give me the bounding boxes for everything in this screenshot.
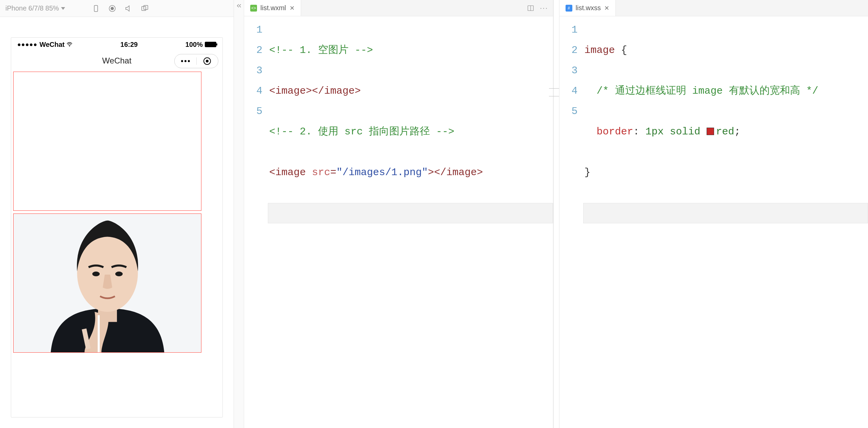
tab-list-wxss[interactable]: # list.wxss ✕ — [559, 0, 616, 16]
phone-titlebar: WeChat — [11, 51, 222, 70]
photo-image-box — [13, 213, 201, 353]
battery-icon — [205, 42, 216, 47]
capsule-close-icon[interactable] — [197, 57, 218, 65]
collapse-gutter[interactable] — [234, 0, 244, 428]
capsule-buttons[interactable] — [174, 54, 218, 68]
multi-window-icon[interactable] — [140, 3, 150, 14]
editors-area: <> list.wxml ✕ ··· 1 2 3 4 5 <!- — [244, 0, 868, 428]
svg-rect-0 — [94, 5, 98, 12]
color-swatch-icon[interactable] — [707, 128, 714, 135]
record-icon[interactable] — [107, 3, 117, 14]
svg-point-5 — [69, 46, 70, 46]
signal-dots-icon: ●●●●● — [17, 41, 37, 48]
code-content[interactable]: <!-- 1. 空图片 --> <image></image> <!-- 2. … — [268, 16, 553, 428]
phone-frame: ●●●●● WeChat 16:29 100% WeChat — [11, 37, 223, 417]
wxss-file-icon: # — [566, 5, 572, 12]
tab-label: list.wxss — [576, 4, 601, 12]
capsule-menu-icon[interactable] — [175, 60, 196, 62]
simulator-toolbar: iPhone 6/7/8 85% — [0, 0, 234, 17]
svg-point-2 — [111, 7, 114, 10]
line-numbers: 1 2 3 4 5 — [244, 16, 268, 428]
code-content[interactable]: image { /* 通过边框线证明 image 有默认的宽和高 */ bord… — [583, 16, 868, 428]
tab-list-wxml[interactable]: <> list.wxml ✕ — [244, 0, 301, 16]
device-selector[interactable]: iPhone 6/7/8 85% — [5, 4, 65, 12]
device-label: iPhone 6/7/8 85% — [5, 4, 59, 12]
simulator-body: ●●●●● WeChat 16:29 100% WeChat — [0, 17, 234, 428]
editor-left: <> list.wxml ✕ ··· 1 2 3 4 5 <!- — [244, 0, 553, 428]
editor-right-tabbar: # list.wxss ✕ — [559, 0, 868, 16]
close-icon[interactable]: ✕ — [604, 4, 609, 12]
carrier-label: WeChat — [39, 41, 64, 49]
tab-label: list.wxml — [260, 4, 286, 12]
mute-icon[interactable] — [123, 3, 134, 14]
svg-point-8 — [92, 272, 100, 276]
wifi-icon — [66, 42, 73, 47]
svg-point-9 — [115, 272, 123, 276]
split-editor-icon[interactable] — [527, 4, 534, 12]
editor-left-code[interactable]: 1 2 3 4 5 <!-- 1. 空图片 --> <image></image… — [244, 16, 553, 428]
editor-right-code[interactable]: 1 2 3 4 5 image { /* 通过边框线证明 image 有默认的宽… — [559, 16, 868, 428]
close-icon[interactable]: ✕ — [290, 4, 295, 12]
line-numbers: 1 2 3 4 5 — [559, 16, 583, 428]
empty-image-box — [13, 72, 201, 211]
editor-splitter[interactable] — [553, 0, 559, 428]
phone-statusbar: ●●●●● WeChat 16:29 100% — [11, 38, 222, 51]
collapse-right-icon — [236, 3, 242, 9]
chevron-down-icon — [61, 7, 65, 10]
editor-right: # list.wxss ✕ 1 2 3 4 5 image { /* 通过边框线… — [559, 0, 868, 428]
page-title: WeChat — [102, 56, 131, 66]
wxml-file-icon: <> — [250, 5, 257, 12]
simulator-panel: iPhone 6/7/8 85% ●●●●● — [0, 0, 234, 428]
orientation-icon[interactable] — [91, 3, 101, 14]
phone-content[interactable] — [11, 70, 222, 417]
more-icon[interactable]: ··· — [540, 4, 548, 13]
clock-label: 16:29 — [120, 41, 138, 49]
editor-left-tabbar: <> list.wxml ✕ ··· — [244, 0, 553, 16]
battery-pct-label: 100% — [185, 41, 203, 49]
